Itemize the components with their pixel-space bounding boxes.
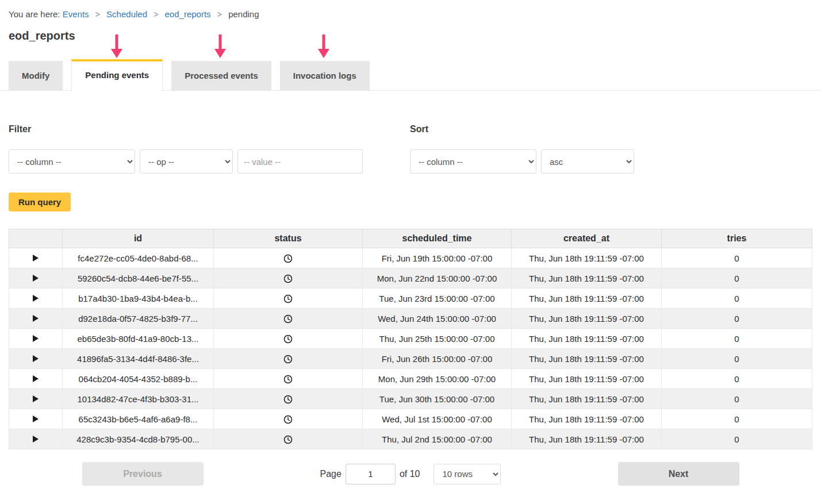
- breadcrumb-link-scheduled[interactable]: Scheduled: [106, 9, 147, 19]
- breadcrumb-separator: >: [217, 10, 222, 19]
- row-scheduled-time: Wed, Jun 24th 15:00:00 -07:00: [363, 309, 512, 329]
- row-scheduled-time: Mon, Jun 29th 15:00:00 -07:00: [363, 369, 512, 389]
- row-tries: 0: [662, 268, 812, 288]
- row-scheduled-time: Thu, Jul 2nd 15:00:00 -07:00: [363, 429, 512, 449]
- row-status: [214, 369, 363, 389]
- expand-row-button[interactable]: [9, 309, 63, 329]
- filter-column-select[interactable]: -- column --: [9, 149, 135, 174]
- row-id: 428c9c3b-9354-4cd8-b795-00...: [63, 429, 214, 449]
- row-tries: 0: [662, 349, 812, 369]
- row-tries: 0: [662, 409, 812, 429]
- row-status: [214, 409, 363, 429]
- clock-icon: [283, 314, 293, 324]
- events-table: id status scheduled_time created_at trie…: [9, 229, 812, 449]
- expand-row-button[interactable]: [9, 288, 63, 309]
- row-scheduled-time: Thu, Jun 25th 15:00:00 -07:00: [363, 329, 512, 349]
- expand-row-button[interactable]: [9, 429, 63, 449]
- row-id: b17a4b30-1ba9-43b4-b4ea-b...: [63, 288, 214, 309]
- row-status: [214, 349, 363, 369]
- filter-value-input[interactable]: [237, 149, 363, 174]
- row-status: [214, 329, 363, 349]
- annotation-arrow-icon: [110, 34, 123, 59]
- row-tries: 0: [662, 429, 812, 449]
- sort-order-select[interactable]: asc: [541, 149, 634, 174]
- clock-icon: [283, 274, 293, 283]
- row-id: 10134d82-47ce-4f3b-b303-31...: [63, 389, 214, 409]
- table-body: fc4e272e-cc05-4de0-8abd-68...Fri, Jun 19…: [9, 248, 812, 449]
- page-title: eod_reports: [9, 29, 812, 43]
- row-created-at: Thu, Jun 18th 19:11:59 -07:00: [512, 268, 662, 288]
- breadcrumb: You are here: Events > Scheduled > eod_r…: [0, 0, 821, 19]
- clock-icon: [283, 415, 293, 424]
- run-query-button[interactable]: Run query: [9, 193, 71, 211]
- rows-per-page-select[interactable]: 10 rows: [433, 464, 501, 484]
- row-scheduled-time: Tue, Jun 30th 15:00:00 -07:00: [363, 389, 512, 409]
- expand-row-button[interactable]: [9, 268, 63, 288]
- expand-row-button[interactable]: [9, 349, 63, 369]
- table-row: 10134d82-47ce-4f3b-b303-31...Tue, Jun 30…: [9, 389, 812, 409]
- sort-label: Sort: [410, 124, 634, 134]
- header-created-at: created_at: [512, 229, 662, 248]
- clock-icon: [283, 435, 293, 444]
- table-row: b17a4b30-1ba9-43b4-b4ea-b...Tue, Jun 23r…: [9, 288, 812, 309]
- row-id: 41896fa5-3134-4d4f-8486-3fe...: [63, 349, 214, 369]
- annotation-arrow-icon: [317, 34, 330, 59]
- row-id: eb65de3b-80fd-41a9-80cb-13...: [63, 329, 214, 349]
- table-row: 65c3243b-b6e5-4af6-a6a9-f8...Wed, Jul 1s…: [9, 409, 812, 429]
- row-created-at: Thu, Jun 18th 19:11:59 -07:00: [512, 288, 662, 309]
- next-page-button[interactable]: Next: [618, 462, 739, 486]
- row-created-at: Thu, Jun 18th 19:11:59 -07:00: [512, 389, 662, 409]
- breadcrumb-link-events[interactable]: Events: [63, 9, 89, 19]
- expand-row-button[interactable]: [9, 248, 63, 268]
- clock-icon: [283, 254, 293, 263]
- filter-op-select[interactable]: -- op --: [140, 149, 233, 174]
- clock-icon: [283, 334, 293, 344]
- page-number-input[interactable]: [346, 464, 396, 484]
- breadcrumb-link-eod-reports[interactable]: eod_reports: [165, 9, 211, 19]
- table-row: 428c9c3b-9354-4cd8-b795-00...Thu, Jul 2n…: [9, 429, 812, 449]
- row-tries: 0: [662, 329, 812, 349]
- clock-icon: [283, 355, 293, 364]
- expand-row-button[interactable]: [9, 389, 63, 409]
- pagination-bar: Previous Page of 10 10 rows Next: [9, 462, 812, 486]
- tab-modify[interactable]: Modify: [9, 61, 63, 90]
- header-status: status: [214, 229, 363, 248]
- triangle-right-icon: [33, 355, 39, 362]
- row-status: [214, 288, 363, 309]
- filter-label: Filter: [9, 124, 363, 134]
- expand-row-button[interactable]: [9, 329, 63, 349]
- table-row: d92e18da-0f57-4825-b3f9-77...Wed, Jun 24…: [9, 309, 812, 329]
- query-section: Filter -- column -- -- op -- Sort -- col…: [0, 91, 821, 174]
- triangle-right-icon: [33, 375, 39, 382]
- row-scheduled-time: Tue, Jun 23rd 15:00:00 -07:00: [363, 288, 512, 309]
- previous-page-button[interactable]: Previous: [82, 462, 204, 486]
- row-created-at: Thu, Jun 18th 19:11:59 -07:00: [512, 369, 662, 389]
- expand-row-button[interactable]: [9, 369, 63, 389]
- row-status: [214, 309, 363, 329]
- row-scheduled-time: Fri, Jun 26th 15:00:00 -07:00: [363, 349, 512, 369]
- row-created-at: Thu, Jun 18th 19:11:59 -07:00: [512, 349, 662, 369]
- expand-row-button[interactable]: [9, 409, 63, 429]
- tab-processed-events[interactable]: Processed events: [171, 61, 271, 90]
- triangle-right-icon: [33, 335, 39, 342]
- clock-icon: [283, 375, 293, 384]
- row-created-at: Thu, Jun 18th 19:11:59 -07:00: [512, 309, 662, 329]
- header-id: id: [63, 229, 214, 248]
- triangle-right-icon: [33, 436, 39, 443]
- triangle-right-icon: [33, 295, 39, 302]
- breadcrumb-prefix: You are here:: [9, 9, 60, 19]
- tab-invocation-logs[interactable]: Invocation logs: [280, 61, 370, 90]
- row-tries: 0: [662, 389, 812, 409]
- tab-pending-events[interactable]: Pending events: [71, 59, 163, 91]
- table-row: 41896fa5-3134-4d4f-8486-3fe...Fri, Jun 2…: [9, 349, 812, 369]
- row-created-at: Thu, Jun 18th 19:11:59 -07:00: [512, 248, 662, 268]
- table-row: eb65de3b-80fd-41a9-80cb-13...Thu, Jun 25…: [9, 329, 812, 349]
- sort-column-select[interactable]: -- column --: [410, 149, 536, 174]
- page-total-label: of 10: [400, 469, 420, 479]
- row-status: [214, 248, 363, 268]
- table-row: 064cb204-4054-4352-b889-b...Mon, Jun 29t…: [9, 369, 812, 389]
- breadcrumb-separator: >: [154, 10, 158, 19]
- table-row: 59260c54-dcb8-44e6-be7f-55...Mon, Jun 22…: [9, 268, 812, 288]
- header-scheduled-time: scheduled_time: [363, 229, 512, 248]
- row-created-at: Thu, Jun 18th 19:11:59 -07:00: [512, 409, 662, 429]
